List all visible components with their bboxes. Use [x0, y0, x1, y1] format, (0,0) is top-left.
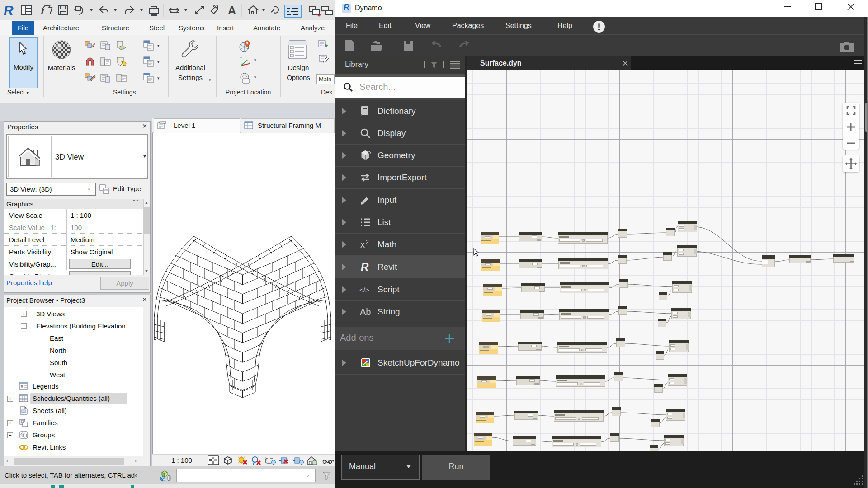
svg-text:A: A	[228, 4, 236, 17]
svg-text:</>: </>	[359, 286, 369, 294]
svg-text:Ab: Ab	[360, 307, 371, 317]
svg-text:2: 2	[366, 239, 369, 245]
svg-text:R: R	[361, 261, 369, 273]
svg-text:x: x	[360, 239, 365, 249]
svg-text:R: R	[4, 3, 14, 18]
